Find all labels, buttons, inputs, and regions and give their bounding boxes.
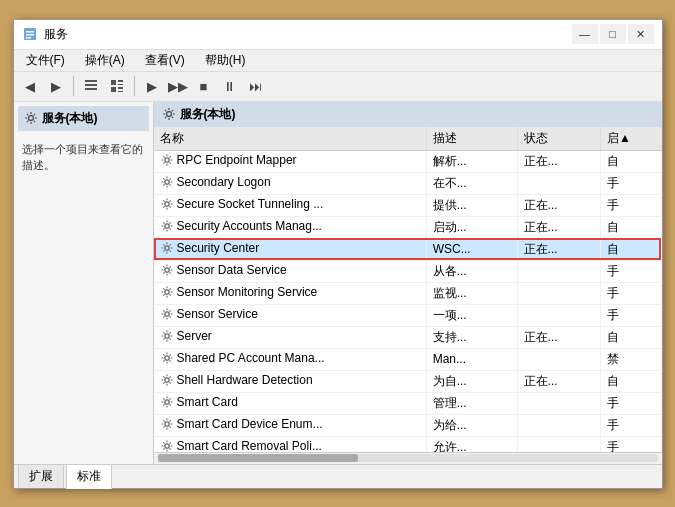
table-row[interactable]: Smart Card Removal Poli... 允许...手 — [154, 436, 662, 452]
play-button[interactable]: ▶ — [140, 74, 164, 98]
tab-expand[interactable]: 扩展 — [18, 464, 64, 488]
service-desc-cell: 在不... — [426, 172, 517, 194]
service-name: Shared PC Account Mana... — [177, 351, 325, 365]
service-status-cell: 正在... — [517, 150, 600, 172]
view-list-button[interactable] — [79, 74, 103, 98]
menu-item-f[interactable]: 文件(F) — [18, 50, 73, 71]
service-startup-cell: 自 — [600, 370, 661, 392]
svg-rect-11 — [118, 87, 123, 89]
service-startup-cell: 自 — [600, 150, 661, 172]
svg-point-14 — [166, 112, 171, 117]
service-desc-cell: 为给... — [426, 414, 517, 436]
view-details-button[interactable] — [105, 74, 129, 98]
play-next-button[interactable]: ▶▶ — [166, 74, 190, 98]
menu-item-h[interactable]: 帮助(H) — [197, 50, 254, 71]
service-name-cell: Secure Socket Tunneling ... — [154, 194, 427, 216]
stop-button[interactable]: ■ — [192, 74, 216, 98]
table-row[interactable]: Secondary Logon 在不...手 — [154, 172, 662, 194]
col-header-name[interactable]: 名称 — [154, 127, 427, 151]
service-name-cell: Security Accounts Manag... — [154, 216, 427, 238]
service-startup-cell: 自 — [600, 238, 661, 260]
table-row[interactable]: Sensor Data Service 从各...手 — [154, 260, 662, 282]
table-row[interactable]: Server 支持...正在...自 — [154, 326, 662, 348]
service-desc-cell: 启动... — [426, 216, 517, 238]
service-status-cell — [517, 172, 600, 194]
service-desc-cell: 解析... — [426, 150, 517, 172]
svg-point-20 — [164, 267, 168, 271]
service-desc-cell: Man... — [426, 348, 517, 370]
menu-item-v[interactable]: 查看(V) — [137, 50, 193, 71]
table-header-row: 名称 描述 状态 启▲ — [154, 127, 662, 151]
left-panel-title: 服务(本地) — [42, 110, 98, 127]
service-status-cell: 正在... — [517, 216, 600, 238]
service-startup-cell: 自 — [600, 326, 661, 348]
h-scroll-thumb[interactable] — [158, 454, 358, 462]
table-row[interactable]: Shared PC Account Mana... Man...禁 — [154, 348, 662, 370]
table-row[interactable]: Smart Card Device Enum... 为给...手 — [154, 414, 662, 436]
gear-icon-right — [162, 107, 176, 121]
toolbar: ◀ ▶ ▶ ▶▶ ■ ⏸ ⏭ — [14, 72, 662, 102]
left-panel: 服务(本地) 选择一个项目来查看它的描述。 — [14, 102, 154, 464]
service-name-cell: Smart Card Device Enum... — [154, 414, 427, 436]
service-desc-cell: 监视... — [426, 282, 517, 304]
menu-item-a[interactable]: 操作(A) — [77, 50, 133, 71]
horizontal-scrollbar[interactable] — [154, 452, 662, 464]
back-button[interactable]: ◀ — [18, 74, 42, 98]
close-button[interactable]: ✕ — [628, 24, 654, 44]
service-status-cell — [517, 414, 600, 436]
gear-icon-row — [160, 307, 174, 321]
col-header-desc[interactable]: 描述 — [426, 127, 517, 151]
gear-icon-row — [160, 219, 174, 233]
service-name: Server — [177, 329, 212, 343]
table-row[interactable]: RPC Endpoint Mapper 解析...正在...自 — [154, 150, 662, 172]
right-panel-title: 服务(本地) — [180, 106, 236, 123]
services-table: 名称 描述 状态 启▲ RPC Endpoint Mapper 解析...正在.… — [154, 127, 662, 452]
service-status-cell: 正在... — [517, 238, 600, 260]
service-name-cell: RPC Endpoint Mapper — [154, 150, 427, 172]
service-name-cell: Smart Card — [154, 392, 427, 414]
gear-icon-row — [160, 395, 174, 409]
svg-rect-10 — [111, 87, 116, 92]
service-startup-cell: 手 — [600, 414, 661, 436]
col-header-status[interactable]: 状态 — [517, 127, 600, 151]
title-controls: — □ ✕ — [572, 24, 654, 44]
col-header-startup[interactable]: 启▲ — [600, 127, 661, 151]
svg-point-13 — [28, 116, 33, 121]
tab-bar: 扩展 标准 — [14, 464, 662, 488]
svg-point-25 — [164, 377, 168, 381]
service-name: Sensor Monitoring Service — [177, 285, 318, 299]
table-row[interactable]: Security Accounts Manag... 启动...正在...自 — [154, 216, 662, 238]
table-row[interactable]: Secure Socket Tunneling ... 提供...正在...手 — [154, 194, 662, 216]
forward-button[interactable]: ▶ — [44, 74, 68, 98]
service-desc-cell: 允许... — [426, 436, 517, 452]
svg-rect-9 — [118, 84, 123, 85]
svg-point-24 — [164, 355, 168, 359]
table-row[interactable]: Sensor Monitoring Service 监视...手 — [154, 282, 662, 304]
services-table-container[interactable]: 名称 描述 状态 启▲ RPC Endpoint Mapper 解析...正在.… — [154, 127, 662, 452]
table-row[interactable]: Shell Hardware Detection 为自...正在...自 — [154, 370, 662, 392]
maximize-button[interactable]: □ — [600, 24, 626, 44]
svg-point-26 — [164, 399, 168, 403]
content-area: 服务(本地) 选择一个项目来查看它的描述。 服务(本地) 名称 描述 — [14, 102, 662, 464]
service-startup-cell: 手 — [600, 194, 661, 216]
pause-button[interactable]: ⏸ — [218, 74, 242, 98]
service-status-cell — [517, 304, 600, 326]
right-panel: 服务(本地) 名称 描述 状态 启▲ RPC — [154, 102, 662, 464]
restart-button[interactable]: ⏭ — [244, 74, 268, 98]
service-status-cell: 正在... — [517, 326, 600, 348]
table-row[interactable]: Sensor Service 一项...手 — [154, 304, 662, 326]
table-row[interactable]: Smart Card 管理...手 — [154, 392, 662, 414]
service-desc-cell: 提供... — [426, 194, 517, 216]
right-panel-header: 服务(本地) — [154, 102, 662, 127]
service-name-cell: Server — [154, 326, 427, 348]
gear-icon-row — [160, 329, 174, 343]
tab-standard[interactable]: 标准 — [66, 464, 112, 489]
h-scroll-track[interactable] — [158, 454, 658, 462]
service-name-cell: Sensor Data Service — [154, 260, 427, 282]
svg-point-18 — [164, 223, 168, 227]
svg-point-17 — [164, 201, 168, 205]
gear-icon-row — [160, 373, 174, 387]
minimize-button[interactable]: — — [572, 24, 598, 44]
service-status-cell — [517, 392, 600, 414]
table-row[interactable]: Security Center WSC...正在...自 — [154, 238, 662, 260]
